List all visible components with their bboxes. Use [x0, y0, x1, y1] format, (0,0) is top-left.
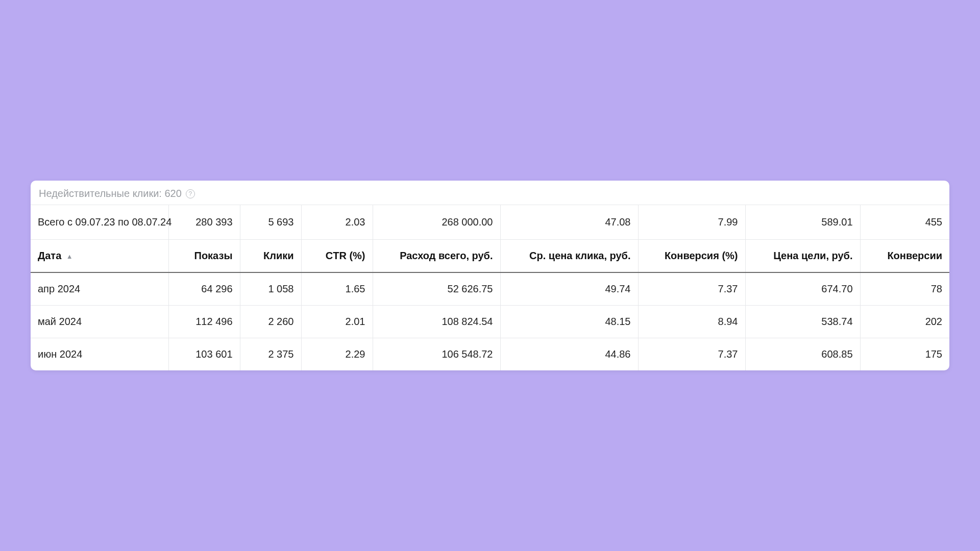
col-spend[interactable]: Расход всего, руб. — [373, 240, 500, 273]
cell-goal-price: 674.70 — [745, 272, 860, 306]
cell-spend: 52 626.75 — [373, 272, 500, 306]
cell-goal-price: 608.85 — [745, 338, 860, 371]
totals-ctr: 2.03 — [301, 205, 373, 240]
cell-clicks: 2 375 — [240, 338, 301, 371]
totals-impressions: 280 393 — [168, 205, 240, 240]
invalid-clicks-row: Недействительные клики: 620 ? — [31, 181, 949, 205]
cell-cpc: 49.74 — [500, 272, 638, 306]
cell-spend: 106 548.72 — [373, 338, 500, 371]
cell-clicks: 2 260 — [240, 306, 301, 338]
cell-date: апр 2024 — [31, 272, 168, 306]
cell-conversions: 78 — [860, 272, 949, 306]
cell-conv-pct: 8.94 — [638, 306, 745, 338]
col-impressions[interactable]: Показы — [168, 240, 240, 273]
totals-spend: 268 000.00 — [373, 205, 500, 240]
totals-conv-pct: 7.99 — [638, 205, 745, 240]
cell-impressions: 103 601 — [168, 338, 240, 371]
sort-ascending-icon: ▲ — [66, 253, 73, 260]
header-row: Дата ▲ Показы Клики CTR (%) Расход всего… — [31, 240, 949, 273]
cell-goal-price: 538.74 — [745, 306, 860, 338]
totals-goal-price: 589.01 — [745, 205, 860, 240]
cell-cpc: 48.15 — [500, 306, 638, 338]
cell-date: май 2024 — [31, 306, 168, 338]
stats-table: Всего с 09.07.23 по 08.07.24 280 393 5 6… — [31, 205, 949, 370]
table-row: июн 2024 103 601 2 375 2.29 106 548.72 4… — [31, 338, 949, 371]
cell-conv-pct: 7.37 — [638, 272, 745, 306]
totals-row: Всего с 09.07.23 по 08.07.24 280 393 5 6… — [31, 205, 949, 240]
table-row: апр 2024 64 296 1 058 1.65 52 626.75 49.… — [31, 272, 949, 306]
invalid-clicks-label: Недействительные клики: 620 — [39, 188, 182, 199]
cell-cpc: 44.86 — [500, 338, 638, 371]
col-cpc[interactable]: Ср. цена клика, руб. — [500, 240, 638, 273]
col-ctr[interactable]: CTR (%) — [301, 240, 373, 273]
cell-ctr: 2.01 — [301, 306, 373, 338]
col-conv-pct[interactable]: Конверсия (%) — [638, 240, 745, 273]
cell-clicks: 1 058 — [240, 272, 301, 306]
col-date[interactable]: Дата ▲ — [31, 240, 168, 273]
cell-ctr: 2.29 — [301, 338, 373, 371]
totals-label: Всего с 09.07.23 по 08.07.24 — [31, 205, 168, 240]
cell-spend: 108 824.54 — [373, 306, 500, 338]
help-icon[interactable]: ? — [186, 189, 195, 198]
totals-cpc: 47.08 — [500, 205, 638, 240]
cell-ctr: 1.65 — [301, 272, 373, 306]
totals-clicks: 5 693 — [240, 205, 301, 240]
col-goal-price[interactable]: Цена цели, руб. — [745, 240, 860, 273]
totals-conversions: 455 — [860, 205, 949, 240]
col-date-label: Дата — [38, 250, 61, 261]
cell-conversions: 202 — [860, 306, 949, 338]
table-row: май 2024 112 496 2 260 2.01 108 824.54 4… — [31, 306, 949, 338]
cell-conv-pct: 7.37 — [638, 338, 745, 371]
stats-panel: Недействительные клики: 620 ? Всего с 09… — [31, 181, 949, 370]
cell-date: июн 2024 — [31, 338, 168, 371]
col-conversions[interactable]: Конверсии — [860, 240, 949, 273]
col-clicks[interactable]: Клики — [240, 240, 301, 273]
cell-conversions: 175 — [860, 338, 949, 371]
cell-impressions: 64 296 — [168, 272, 240, 306]
cell-impressions: 112 496 — [168, 306, 240, 338]
